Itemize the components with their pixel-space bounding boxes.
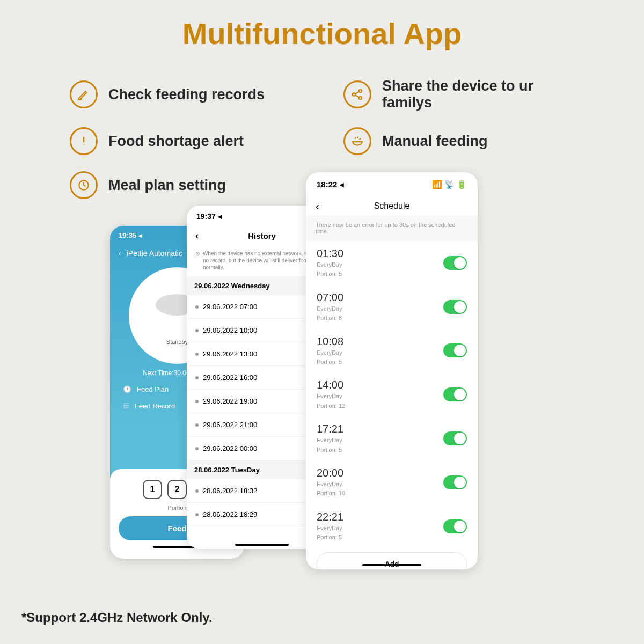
feature-records: Check feeding records [70, 78, 301, 111]
back-icon[interactable]: ‹ [195, 230, 199, 241]
schedule-portion: Portion: 12 [317, 402, 345, 410]
standby-label: Standby [166, 339, 188, 345]
battery-icon: 🔋 [457, 180, 467, 189]
feature-meal: Meal plan setting [70, 171, 301, 199]
feature-share: Share the device to ur familys [343, 78, 574, 111]
schedule-item[interactable]: 14:00EveryDayPortion: 12 [306, 372, 478, 416]
record-timestamp: 28.06.2022 18:32 [203, 487, 257, 495]
schedule-frequency: EveryDay [317, 305, 343, 313]
clock-mini-icon: 🕐 [123, 385, 131, 393]
schedule-time: 07:00 [317, 291, 343, 304]
phone-mockups: 19:35 ◂ ‹ iPettie Automatic Standby Next… [0, 215, 644, 580]
record-timestamp: 29.06.2022 13:00 [203, 350, 257, 358]
schedule-info: 17:21EveryDayPortion: 5 [317, 423, 343, 454]
schedule-portion: Portion: 5 [317, 446, 343, 454]
schedule-time: 17:21 [317, 423, 343, 435]
pencil-icon [70, 80, 98, 108]
feature-label: Check feeding records [108, 86, 265, 103]
schedule-info: 20:00EveryDayPortion: 10 [317, 467, 345, 498]
schedule-info: 14:00EveryDayPortion: 12 [317, 379, 345, 410]
record-timestamp: 29.06.2022 00:00 [203, 444, 257, 452]
schedule-toggle[interactable] [443, 519, 467, 533]
record-timestamp: 28.06.2022 18:29 [203, 510, 257, 518]
bowl-icon [343, 127, 371, 155]
schedule-time: 20:00 [317, 467, 345, 479]
app-title: iPettie Automatic [127, 249, 182, 258]
back-icon[interactable]: ‹ [119, 249, 121, 258]
schedule-info: 01:30EveryDayPortion: 5 [317, 247, 343, 279]
schedule-portion: Portion: 10 [317, 489, 345, 497]
portion-2[interactable]: 2 [167, 480, 187, 499]
phone-schedule-screen: 18:22 ◂ 📶 📡 🔋 ‹ Schedule There may be an… [306, 172, 478, 569]
record-timestamp: 29.06.2022 07:00 [203, 303, 257, 311]
back-icon[interactable]: ‹ [316, 200, 319, 213]
feature-label: Share the device to ur familys [382, 78, 574, 111]
schedule-notice: There may be an error for up to 30s on t… [306, 215, 478, 241]
schedule-header: ‹ Schedule [306, 197, 478, 215]
footnote: *Support 2.4GHz Network Only. [21, 610, 213, 625]
schedule-portion: Portion: 5 [317, 533, 343, 541]
status-bar: 18:22 ◂ 📶 📡 🔋 [306, 172, 478, 197]
portion-1[interactable]: 1 [143, 480, 162, 499]
schedule-frequency: EveryDay [317, 261, 343, 269]
home-indicator [362, 564, 421, 566]
home-indicator [235, 544, 289, 546]
screen-title: Schedule [374, 201, 410, 211]
page-title: Multifunctional App [0, 0, 644, 51]
schedule-time: 01:30 [317, 247, 343, 260]
schedule-time: 22:21 [317, 511, 343, 523]
feature-alert: Food shortage alert [70, 127, 301, 155]
schedule-toggle[interactable] [443, 343, 467, 357]
schedule-toggle[interactable] [443, 387, 467, 401]
schedule-item[interactable]: 01:30EveryDayPortion: 5 [306, 241, 478, 285]
schedule-info: 22:21EveryDayPortion: 5 [317, 511, 343, 542]
schedule-item[interactable]: 10:08EveryDayPortion: 5 [306, 329, 478, 373]
record-timestamp: 29.06.2022 19:00 [203, 397, 257, 405]
schedule-toggle[interactable] [443, 431, 467, 445]
schedule-info: 07:00EveryDayPortion: 8 [317, 291, 343, 323]
share-icon [343, 80, 371, 108]
status-time: 19:35 ◂ [119, 231, 142, 239]
feature-label: Meal plan setting [108, 177, 226, 194]
schedule-frequency: EveryDay [317, 349, 343, 357]
record-timestamp: 29.06.2022 10:00 [203, 326, 257, 334]
schedule-time: 14:00 [317, 379, 345, 391]
signal-icon: 📶 [432, 180, 442, 189]
schedule-portion: Portion: 5 [317, 270, 343, 278]
schedule-frequency: EveryDay [317, 480, 345, 488]
schedule-time: 10:08 [317, 335, 343, 348]
schedule-toggle[interactable] [443, 300, 467, 314]
status-time: 18:22 ◂ [317, 180, 344, 189]
schedule-item[interactable]: 22:21EveryDayPortion: 5 [306, 504, 478, 548]
schedule-portion: Portion: 8 [317, 314, 343, 322]
status-time: 19:37 ◂ [196, 212, 222, 221]
record-timestamp: 29.06.2022 16:00 [203, 374, 257, 382]
feature-label: Manual feeding [382, 133, 488, 150]
schedule-item[interactable]: 17:21EveryDayPortion: 5 [306, 416, 478, 460]
schedule-frequency: EveryDay [317, 524, 343, 532]
clock-icon [70, 171, 98, 199]
schedule-list[interactable]: 01:30EveryDayPortion: 507:00EveryDayPort… [306, 241, 478, 548]
screen-title: History [248, 231, 276, 240]
add-button[interactable]: Add [317, 552, 467, 569]
schedule-info: 10:08EveryDayPortion: 5 [317, 335, 343, 367]
schedule-frequency: EveryDay [317, 392, 345, 400]
info-icon: ⊙ [195, 250, 200, 271]
status-icons: 📶 📡 🔋 [432, 180, 467, 189]
schedule-toggle[interactable] [443, 475, 467, 489]
list-mini-icon: ☰ [123, 402, 129, 410]
alert-icon [70, 127, 98, 155]
wifi-icon: 📡 [444, 180, 455, 189]
feature-manual: Manual feeding [343, 127, 574, 155]
feature-label: Food shortage alert [108, 133, 244, 150]
record-timestamp: 29.06.2022 21:00 [203, 421, 257, 429]
schedule-toggle[interactable] [443, 256, 467, 270]
schedule-portion: Portion: 5 [317, 358, 343, 366]
schedule-item[interactable]: 20:00EveryDayPortion: 10 [306, 460, 478, 504]
schedule-item[interactable]: 07:00EveryDayPortion: 8 [306, 285, 478, 329]
schedule-frequency: EveryDay [317, 436, 343, 444]
